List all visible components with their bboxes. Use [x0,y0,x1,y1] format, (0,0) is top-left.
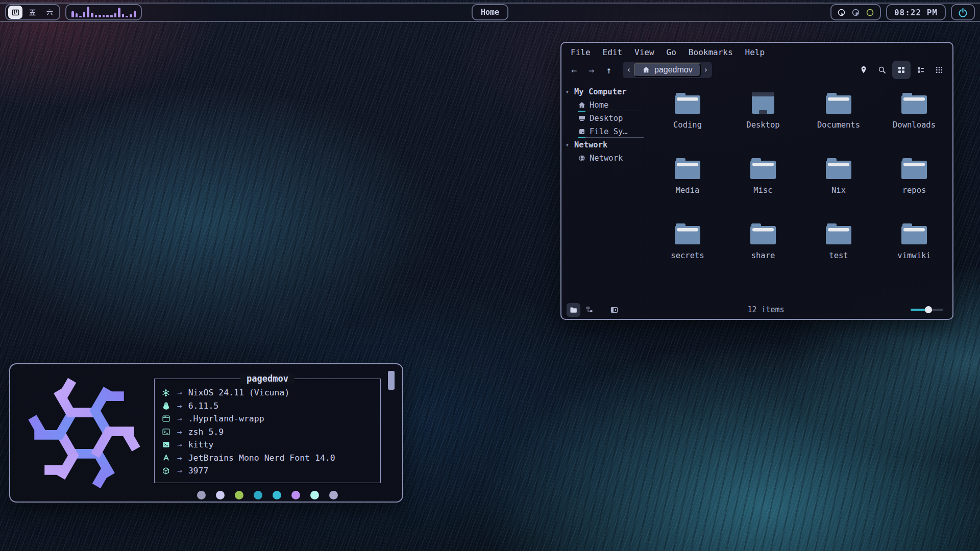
toolbar: ← → ↑ ‹ pagedmov › [561,60,952,80]
thumbnail-view-button[interactable] [931,62,947,78]
breadcrumb-prev-button[interactable]: ‹ [624,65,634,74]
folder-documents[interactable]: Documents [801,86,876,130]
power-button[interactable] [951,4,975,20]
terminal-color-palette [154,491,381,499]
sidebar-group-my-computer[interactable]: ▾ My Computer [566,85,648,98]
folder-downloads[interactable]: Downloads [876,86,952,130]
desktop-icon [578,114,586,122]
workspace-button-5[interactable] [24,6,40,19]
cjk-five-glyph [28,8,37,17]
pie-quarter-icon[interactable] [851,8,861,17]
folder-label: share [751,251,775,260]
zoom-slider[interactable] [911,306,943,313]
folder-misc[interactable]: Misc [725,152,801,195]
folder-repos[interactable]: repos [876,152,952,195]
menu-view[interactable]: View [634,47,654,57]
compact-view-button[interactable] [913,62,929,78]
breadcrumb-next-button[interactable]: › [701,65,711,74]
grid-view-icon [897,65,906,74]
viz-bar [130,14,132,17]
workspace-button-4[interactable] [8,6,22,19]
back-button[interactable]: ← [567,63,582,77]
folder-share[interactable]: share [725,217,801,260]
menu-go[interactable]: Go [667,47,676,57]
viz-bar [71,11,74,17]
cjk-four-glyph [11,8,20,17]
home-icon [578,101,586,109]
folder-test[interactable]: test [801,217,876,260]
breadcrumb-path-label: pagedmov [654,65,693,74]
sidebar-item-label: Desktop [590,114,623,123]
folder-icon [900,91,928,115]
forward-button[interactable]: → [584,63,599,77]
folder-icon [900,222,928,245]
up-button[interactable]: ↑ [601,63,617,77]
search-button[interactable] [874,62,890,78]
show-tree-button[interactable] [583,303,597,317]
show-folders-button[interactable] [567,303,580,317]
arrow-icon: → [177,466,182,475]
search-icon [877,65,887,74]
folder-vimwiki[interactable]: vimwiki [876,217,952,260]
font-icon [160,454,172,462]
folder-nix[interactable]: Nix [801,152,876,195]
sidebar-item-label: Home [590,101,608,110]
wm-value: .Hyprland-wrapp [188,414,264,423]
topbar-center: Home [472,4,508,20]
viz-bar [106,15,109,17]
toggle-side-pane-button[interactable] [607,303,621,317]
menu-help[interactable]: Help [745,47,765,57]
menu-bookmarks[interactable]: Bookmarks [689,47,733,57]
top-bar: Home 08:22 PM [0,3,980,22]
viz-bar [126,16,128,17]
folder-icon [749,157,777,180]
drive-icon [578,128,586,136]
viz-bar [79,16,82,17]
viz-bar [114,13,117,17]
location-pin-button[interactable] [855,62,872,78]
package-icon [160,467,172,475]
folder-label: repos [902,186,926,195]
folder-label: Nix [831,186,846,195]
sidebar-item-home[interactable]: Home [566,98,648,112]
sidebar-item-desktop[interactable]: Desktop [566,112,648,125]
desktop: Home 08:22 PM [0,0,980,551]
icon-view-button[interactable] [892,61,911,79]
nixos-logo [18,370,150,495]
arrow-icon: → [177,453,182,463]
folder-desktop[interactable]: Desktop [725,86,801,130]
fastfetch-box: pagedmov → NixOS 24.11 (Vicuna) → 6.11.5 [154,379,381,483]
folder-secrets[interactable]: secrets [650,217,725,260]
menu-file[interactable]: File [571,47,591,57]
terminal-cursor [388,371,395,390]
sidebar-group-network[interactable]: ▾ Network [566,138,648,152]
folder-label: test [829,251,848,260]
folder-label: secrets [671,251,704,260]
sidebar-item-network[interactable]: Network [566,152,648,165]
folder-icon [825,157,852,180]
arrow-icon: → [177,414,182,423]
folder-label: Desktop [746,120,779,130]
menu-edit[interactable]: Edit [603,47,623,57]
sidebar-item-label: Network [590,154,623,163]
palette-dot [291,491,300,499]
ring-icon[interactable] [865,8,875,17]
breadcrumb-path-button[interactable]: pagedmov [634,63,701,77]
folder-media[interactable]: Media [650,152,725,195]
sidebar-group-label: My Computer [574,87,627,96]
active-window-title[interactable]: Home [472,4,508,20]
palette-dot [235,491,243,499]
sidebar-item-file-system[interactable]: File Sy… [566,125,648,138]
folder-icon [825,222,852,245]
folder-icon [674,222,701,245]
gauge-ring-icon[interactable] [837,8,846,17]
viz-bar [110,15,113,17]
workspace-button-6[interactable] [42,6,57,19]
clock[interactable]: 08:22 PM [886,4,946,20]
fastfetch-output: pagedmov → NixOS 24.11 (Vicuna) → 6.11.5 [150,370,394,495]
slider-thumb[interactable] [925,306,932,313]
folder-icon [674,157,701,180]
viz-bar [99,15,101,17]
folder-coding[interactable]: Coding [650,86,725,130]
packages-value: 3977 [188,466,209,475]
